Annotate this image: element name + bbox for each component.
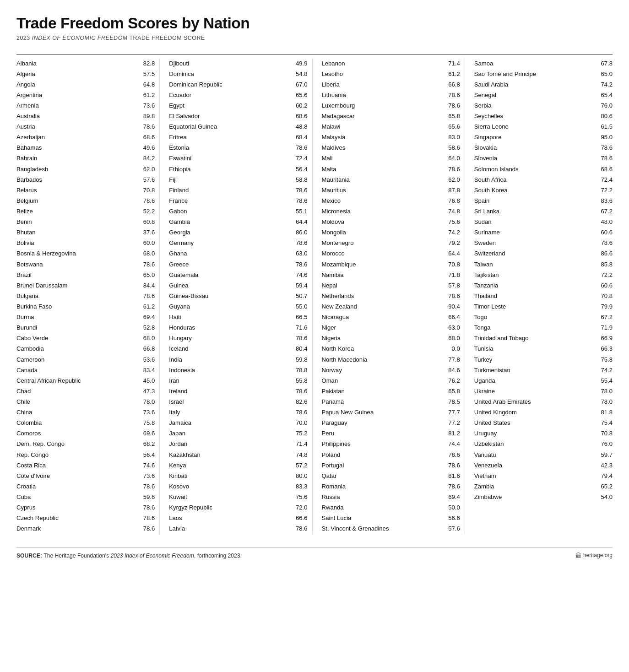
country-name: Samoa <box>474 60 596 68</box>
country-score: 55.8 <box>291 377 308 385</box>
table-row: Vietnam79.4 <box>474 471 613 481</box>
table-row: Sweden78.6 <box>474 238 613 249</box>
table-row: Slovenia78.6 <box>474 153 613 164</box>
country-score: 82.8 <box>138 60 155 68</box>
country-score: 81.8 <box>596 408 613 417</box>
country-score: 78.6 <box>291 239 308 247</box>
country-score: 68.2 <box>138 440 155 448</box>
table-row: Iran55.8 <box>169 375 307 386</box>
table-row: Sierra Leone61.5 <box>474 122 613 132</box>
table-row: Norway84.6 <box>322 365 460 375</box>
country-name: Cameroon <box>16 356 138 364</box>
country-score: 48.0 <box>596 218 613 226</box>
country-score: 49.9 <box>291 60 308 68</box>
country-name: Estonia <box>169 144 291 152</box>
country-name: Latvia <box>169 525 291 533</box>
table-row: Botswana78.6 <box>16 259 155 270</box>
country-name: Sri Lanka <box>474 207 596 216</box>
country-name: Chad <box>16 387 138 396</box>
country-name: Kazakhstan <box>169 451 291 459</box>
country-name: Australia <box>16 112 138 120</box>
country-score: 50.0 <box>444 504 460 512</box>
country-name: Namibia <box>322 271 444 279</box>
country-score: 68.0 <box>444 334 460 342</box>
table-row: Japan75.2 <box>169 428 307 439</box>
country-score: 78.6 <box>291 197 308 205</box>
country-name: Germany <box>169 239 291 247</box>
country-score: 86.6 <box>596 249 613 258</box>
country-score: 78.6 <box>138 260 155 269</box>
country-name: Mauritius <box>322 186 444 195</box>
country-name: North Korea <box>322 345 444 353</box>
table-row: Taiwan85.8 <box>474 259 613 270</box>
country-name: Uzbekistan <box>474 440 596 448</box>
table-row: Uzbekistan76.0 <box>474 439 613 450</box>
country-name: Tanzania <box>474 282 596 290</box>
country-score: 66.9 <box>596 334 613 342</box>
table-row: Cameroon53.6 <box>16 354 155 365</box>
country-score: 75.2 <box>291 429 308 438</box>
table-row: Qatar81.6 <box>322 471 460 481</box>
country-score: 86.0 <box>291 228 308 237</box>
country-score: 66.8 <box>138 345 155 353</box>
country-name: Czech Republic <box>16 514 138 522</box>
country-name: China <box>16 408 138 417</box>
country-score: 71.4 <box>444 60 460 68</box>
table-row: Singapore95.0 <box>474 132 613 143</box>
country-score: 71.8 <box>444 271 460 279</box>
table-row: El Salvador68.6 <box>169 111 307 122</box>
country-name: Bosnia & Herzegovina <box>16 249 138 258</box>
country-score: 49.6 <box>138 144 155 152</box>
country-name: Djibouti <box>169 60 291 68</box>
country-score: 74.4 <box>444 440 460 448</box>
country-name: Nigeria <box>322 334 444 342</box>
country-score: 78.6 <box>138 197 155 205</box>
table-row: Costa Rica74.6 <box>16 460 155 471</box>
country-score: 59.8 <box>291 356 308 364</box>
country-score: 78.6 <box>291 387 308 396</box>
table-row: Colombia75.8 <box>16 418 155 428</box>
country-score: 84.4 <box>138 282 155 290</box>
table-row: Sri Lanka67.2 <box>474 206 613 217</box>
country-name: Solomon Islands <box>474 165 596 173</box>
country-score: 69.6 <box>138 429 155 438</box>
country-name: Albania <box>16 60 138 68</box>
country-score: 58.6 <box>444 144 460 152</box>
country-name: Malawi <box>322 123 444 131</box>
country-name: Ghana <box>169 249 291 258</box>
country-name: Sweden <box>474 239 596 247</box>
table-row: Equatorial Guinea48.8 <box>169 122 307 132</box>
country-score: 69.4 <box>138 313 155 321</box>
country-score: 52.8 <box>138 324 155 332</box>
country-name: Thailand <box>474 292 596 300</box>
country-score: 61.2 <box>138 91 155 99</box>
country-score: 79.9 <box>596 303 613 311</box>
country-score: 78.0 <box>138 398 155 406</box>
table-row: Luxembourg78.6 <box>322 100 460 111</box>
table-row: Mongolia74.2 <box>322 228 460 238</box>
table-row: Netherlands78.6 <box>322 291 460 301</box>
table-row: Pakistan65.8 <box>322 386 460 396</box>
table-row: Guatemala74.6 <box>169 270 307 280</box>
country-score: 75.8 <box>596 356 613 364</box>
country-name: Egypt <box>169 102 291 110</box>
table-row: Sao Tomé and Principe65.0 <box>474 69 613 79</box>
table-row: Mauritius87.8 <box>322 185 460 195</box>
country-name: Azerbaijan <box>16 133 138 141</box>
country-score: 74.2 <box>596 366 613 374</box>
table-row: Bangladesh62.0 <box>16 164 155 174</box>
country-score: 90.4 <box>444 303 460 311</box>
table-row: Peru81.2 <box>322 428 460 439</box>
country-name: Saint Lucia <box>322 514 444 522</box>
heritage-icon: 🏛 <box>575 552 581 559</box>
country-score: 75.6 <box>291 493 308 501</box>
table-row: Denmark78.6 <box>16 524 155 534</box>
country-name: Paraguay <box>322 419 444 427</box>
country-name: Pakistan <box>322 387 444 396</box>
country-name: Madagascar <box>322 112 444 120</box>
table-row: Canada83.4 <box>16 365 155 375</box>
table-row: Kosovo83.3 <box>169 481 307 492</box>
table-row: North Korea0.0 <box>322 344 460 354</box>
country-score: 76.2 <box>444 377 460 385</box>
table-row: South Africa72.4 <box>474 174 613 185</box>
